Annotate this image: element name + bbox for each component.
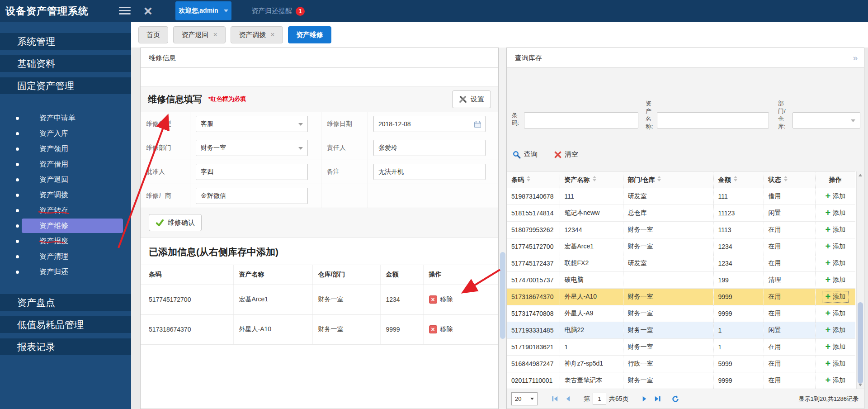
inventory-table-row[interactable]: 517745172700宏基Arce1财务一室1234在用+添加: [507, 238, 855, 255]
add-button[interactable]: +添加: [825, 243, 845, 251]
sidebar-item-asset-apply[interactable]: 资产申请单: [0, 110, 131, 126]
inv-col-dept[interactable]: 部门/仓库: [623, 172, 713, 188]
add-button[interactable]: +添加: [825, 209, 845, 217]
next-page-button[interactable]: [641, 395, 648, 403]
close-icon[interactable]: ×: [144, 1, 152, 21]
sidebar-section-reports[interactable]: 报表记录: [0, 338, 131, 355]
sidebar-section-stocktake[interactable]: 资产盘点: [0, 294, 131, 311]
add-button[interactable]: +添加: [825, 376, 845, 385]
sort-icon[interactable]: [593, 176, 596, 181]
last-page-button[interactable]: [654, 395, 661, 403]
menu-icon[interactable]: [119, 7, 131, 16]
repair-date-input[interactable]: 2018-12-08: [373, 116, 486, 132]
cell-code: 517470015737: [507, 272, 560, 289]
cell-name: 12344: [560, 222, 623, 238]
settings-button[interactable]: 设置: [452, 90, 491, 108]
repair-type-select[interactable]: 客服: [196, 116, 308, 132]
sort-icon[interactable]: [734, 176, 737, 181]
sidebar-section-system[interactable]: 系统管理: [0, 33, 131, 50]
remove-button[interactable]: ×移除: [429, 325, 453, 333]
sidebar-item-asset-scrap[interactable]: 资产报废: [0, 233, 131, 249]
inventory-scrollbar[interactable]: [856, 171, 864, 389]
responsible-input[interactable]: 张爱玲: [373, 140, 486, 156]
first-page-button[interactable]: [551, 395, 559, 403]
inv-col-status[interactable]: 状态: [764, 172, 815, 188]
cell-code: 516844987247: [507, 356, 560, 372]
add-button[interactable]: +添加: [825, 360, 845, 368]
dept-warehouse-select[interactable]: [793, 112, 860, 128]
sidebar-item-asset-inbound[interactable]: 资产入库: [0, 126, 131, 141]
sidebar-item-asset-borrow[interactable]: 资产借用: [0, 157, 131, 172]
remark-input[interactable]: 无法开机: [373, 164, 486, 180]
inv-col-name[interactable]: 资产名称: [560, 172, 623, 188]
sidebar-section-basic[interactable]: 基础资料: [0, 55, 131, 72]
cell-amount: 111: [713, 188, 764, 205]
prev-page-button[interactable]: [564, 395, 572, 403]
sidebar-item-asset-receive[interactable]: 资产领用: [0, 141, 131, 157]
cell-amount: 1: [713, 339, 764, 356]
sidebar-section-fixed-assets[interactable]: 固定资产管理: [0, 77, 131, 94]
query-button[interactable]: 查询: [513, 150, 538, 159]
vendor-input[interactable]: 金辉微信: [196, 188, 308, 204]
sidebar-item-asset-clean[interactable]: 资产清理: [0, 249, 131, 264]
tab-asset-transfer[interactable]: 资产调拨×: [231, 26, 283, 43]
inventory-table-row[interactable]: 519873140678111研发室111借用+添加: [507, 188, 855, 205]
main-vertical-scrollbar[interactable]: [499, 48, 506, 409]
inventory-table-row[interactable]: 516844987247神舟z7-sp5d1行政一室5999在用+添加: [507, 356, 855, 372]
inventory-table-row[interactable]: 51807995326212344财务一室1113在用+添加: [507, 222, 855, 238]
add-button[interactable]: +添加: [825, 259, 845, 267]
inventory-panel: 查询库存 » 条码: 资产名称: 部门/仓库: 查询 清空: [506, 48, 864, 409]
remove-label: 移除: [440, 295, 453, 304]
cell-code: 518079953262: [507, 222, 560, 238]
scroll-up-icon[interactable]: [859, 174, 862, 176]
user-dropdown[interactable]: 欢迎您,admin: [175, 1, 231, 20]
tab-close-icon[interactable]: ×: [270, 31, 274, 38]
tab-asset-return[interactable]: 资产退回×: [173, 26, 225, 43]
tab-home[interactable]: 首页: [138, 26, 168, 43]
sidebar-item-asset-return-goods[interactable]: 资产退回: [0, 172, 131, 187]
remove-button[interactable]: ×移除: [429, 295, 453, 304]
tab-asset-repair[interactable]: 资产维修: [288, 26, 331, 43]
sidebar-item-asset-transfer[interactable]: 资产调拨: [0, 187, 131, 203]
repair-confirm-button[interactable]: 维修确认: [149, 214, 202, 231]
clear-button[interactable]: 清空: [554, 150, 578, 159]
scrollbar-thumb[interactable]: [500, 252, 505, 339]
add-button[interactable]: +添加: [825, 226, 845, 234]
scroll-down-icon[interactable]: [859, 384, 862, 386]
barcode-input[interactable]: [524, 112, 638, 128]
page-size-select[interactable]: 20: [511, 392, 538, 405]
add-button[interactable]: +添加: [825, 326, 845, 334]
inventory-table-row[interactable]: 5171901836211财务一室1在用+添加: [507, 339, 855, 356]
sidebar-item-asset-repair[interactable]: 资产维修: [0, 218, 131, 233]
sidebar-item-asset-store[interactable]: 资产转存: [0, 203, 131, 218]
inventory-table-row[interactable]: 517470015737破电脑199清理+添加: [507, 272, 855, 289]
inventory-table-row[interactable]: 517318674370外星人-A10财务一室9999在用+添加: [507, 289, 855, 305]
inventory-table-row[interactable]: 517745172437联想FX2研发室1234在用+添加: [507, 255, 855, 272]
add-button[interactable]: +添加: [825, 276, 845, 284]
refresh-button[interactable]: [671, 395, 679, 403]
approver-input[interactable]: 李四: [196, 164, 308, 180]
sort-icon[interactable]: [527, 176, 530, 181]
inventory-table-row[interactable]: 517193331485电脑22财务一室1闲置+添加: [507, 322, 855, 339]
sidebar-item-asset-giveback[interactable]: 资产归还: [0, 264, 131, 280]
tab-close-icon[interactable]: ×: [213, 31, 217, 38]
sort-icon[interactable]: [657, 176, 661, 181]
inventory-table-row[interactable]: 020117110001老古董笔记本财务一室9999在用+添加: [507, 372, 855, 389]
add-button[interactable]: +添加: [822, 291, 848, 302]
current-page-input[interactable]: 1: [593, 393, 606, 405]
repair-dept-select[interactable]: 财务一室: [196, 140, 308, 156]
add-button[interactable]: +添加: [825, 343, 845, 351]
sidebar-section-consumables[interactable]: 低值易耗品管理: [0, 316, 131, 333]
collapse-panel-icon[interactable]: »: [853, 48, 858, 67]
inventory-table-row[interactable]: 517317470808外星人-A9财务一室9999在用+添加: [507, 305, 855, 322]
asset-name-input[interactable]: [657, 112, 769, 128]
inv-col-code[interactable]: 条码: [507, 172, 560, 188]
inventory-table-row[interactable]: 518155174814笔记本neww总仓库11123闲置+添加: [507, 205, 855, 222]
inv-col-amount[interactable]: 金额: [713, 172, 764, 188]
sort-icon[interactable]: [784, 176, 788, 181]
scrollbar-thumb[interactable]: [858, 302, 863, 384]
add-button[interactable]: +添加: [825, 309, 845, 318]
return-reminder-link[interactable]: 资产归还提醒 1: [251, 0, 305, 22]
add-button[interactable]: +添加: [825, 192, 845, 200]
cell-status: 借用: [764, 188, 815, 205]
